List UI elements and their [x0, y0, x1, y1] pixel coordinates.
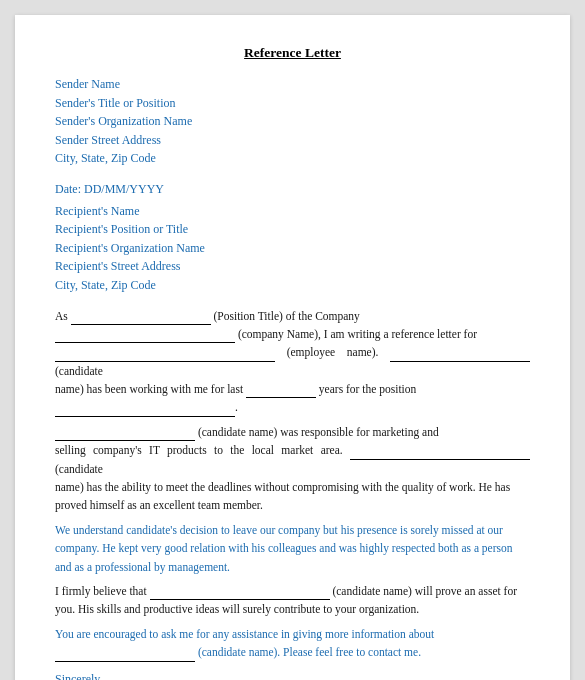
body-para1: As (Position Title) of the Company (comp… — [55, 307, 530, 417]
sincerely: Sincerely, — [55, 672, 530, 680]
sender-city: City, State, Zip Code — [55, 149, 530, 168]
recipient-city: City, State, Zip Code — [55, 276, 530, 295]
letter-page: Reference Letter Sender Name Sender's Ti… — [15, 15, 570, 680]
sender-org: Sender's Organization Name — [55, 112, 530, 131]
date-block: Date: DD/MM/YYYY — [55, 180, 530, 199]
sender-title: Sender's Title or Position — [55, 94, 530, 113]
field-candidate-name1 — [390, 350, 530, 362]
field-candidate-name4 — [150, 588, 330, 600]
recipient-org: Recipient's Organization Name — [55, 239, 530, 258]
sender-street: Sender Street Address — [55, 131, 530, 150]
field-position-title — [71, 313, 211, 325]
field-candidate-name5 — [55, 650, 195, 662]
field-employee-name — [55, 350, 275, 362]
body-para1-text: As (Position Title) of the Company (comp… — [55, 307, 530, 417]
field-position — [55, 405, 235, 417]
body-para2-text: (candidate name) was responsible for mar… — [55, 423, 530, 515]
sender-name: Sender Name — [55, 75, 530, 94]
field-candidate-name2 — [55, 429, 195, 441]
body-para5-text: You are encouraged to ask me for any ass… — [55, 625, 530, 662]
recipient-block: Recipient's Name Recipient's Position or… — [55, 202, 530, 295]
body-para2: (candidate name) was responsible for mar… — [55, 423, 530, 515]
body-para4-text: I firmly believe that (candidate name) w… — [55, 582, 530, 619]
body-para5: You are encouraged to ask me for any ass… — [55, 625, 530, 662]
recipient-street: Recipient's Street Address — [55, 257, 530, 276]
recipient-title: Recipient's Position or Title — [55, 220, 530, 239]
field-years — [246, 386, 316, 398]
letter-title: Reference Letter — [55, 45, 530, 61]
recipient-name: Recipient's Name — [55, 202, 530, 221]
field-candidate-name3 — [350, 448, 530, 460]
sender-block: Sender Name Sender's Title or Position S… — [55, 75, 530, 168]
body-para3: We understand candidate's decision to le… — [55, 521, 530, 576]
body-para3-text: We understand candidate's decision to le… — [55, 521, 530, 576]
date-line: Date: DD/MM/YYYY — [55, 180, 530, 199]
body-para4: I firmly believe that (candidate name) w… — [55, 582, 530, 619]
field-company-name — [55, 331, 235, 343]
